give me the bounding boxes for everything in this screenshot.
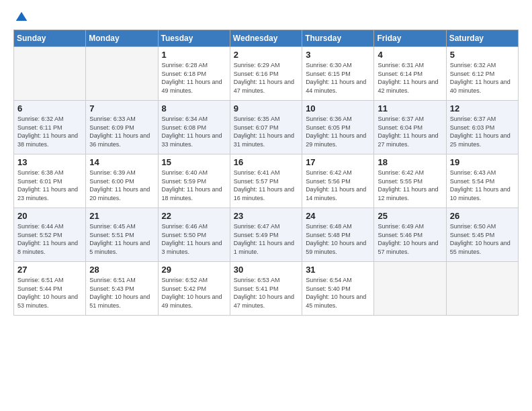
- day-number: 5: [450, 50, 515, 60]
- day-number: 8: [162, 103, 226, 113]
- day-number: 12: [450, 103, 515, 113]
- calendar-week-row: 20Sunrise: 6:44 AM Sunset: 5:52 PM Dayli…: [14, 208, 519, 262]
- calendar-cell: 27Sunrise: 6:51 AM Sunset: 5:44 PM Dayli…: [14, 262, 86, 316]
- calendar-cell: 6Sunrise: 6:32 AM Sunset: 6:11 PM Daylig…: [14, 101, 86, 154]
- logo-icon: [15, 11, 28, 24]
- day-info: Sunrise: 6:47 AM Sunset: 5:49 PM Dayligh…: [234, 222, 298, 256]
- calendar-cell: 12Sunrise: 6:37 AM Sunset: 6:03 PM Dayli…: [446, 101, 518, 154]
- day-number: 11: [378, 103, 442, 113]
- day-number: 2: [234, 50, 298, 60]
- calendar-cell: [374, 262, 446, 316]
- weekday-header-row: SundayMondayTuesdayWednesdayThursdayFrid…: [14, 30, 519, 47]
- weekday-header-sunday: Sunday: [14, 30, 86, 47]
- header: [13, 11, 519, 24]
- day-info: Sunrise: 6:54 AM Sunset: 5:40 PM Dayligh…: [306, 276, 370, 310]
- day-number: 13: [17, 157, 82, 167]
- day-number: 23: [234, 211, 298, 221]
- day-info: Sunrise: 6:48 AM Sunset: 5:48 PM Dayligh…: [306, 222, 370, 256]
- day-info: Sunrise: 6:42 AM Sunset: 5:55 PM Dayligh…: [378, 169, 442, 202]
- day-number: 1: [162, 50, 226, 60]
- calendar-cell: 29Sunrise: 6:52 AM Sunset: 5:42 PM Dayli…: [158, 262, 230, 316]
- calendar-cell: 10Sunrise: 6:36 AM Sunset: 6:05 PM Dayli…: [302, 101, 374, 154]
- day-number: 26: [450, 211, 515, 221]
- day-info: Sunrise: 6:32 AM Sunset: 6:11 PM Dayligh…: [17, 115, 82, 148]
- day-info: Sunrise: 6:50 AM Sunset: 5:45 PM Dayligh…: [450, 222, 515, 256]
- day-info: Sunrise: 6:29 AM Sunset: 6:16 PM Dayligh…: [234, 61, 298, 95]
- day-number: 17: [306, 157, 370, 167]
- calendar-cell: 24Sunrise: 6:48 AM Sunset: 5:48 PM Dayli…: [302, 208, 374, 262]
- svg-marker-0: [16, 12, 28, 21]
- calendar-cell: 14Sunrise: 6:39 AM Sunset: 6:00 PM Dayli…: [86, 154, 158, 208]
- weekday-header-wednesday: Wednesday: [230, 30, 302, 47]
- day-number: 22: [162, 211, 226, 221]
- day-info: Sunrise: 6:53 AM Sunset: 5:41 PM Dayligh…: [234, 276, 298, 310]
- day-number: 20: [17, 211, 82, 221]
- calendar-cell: 28Sunrise: 6:51 AM Sunset: 5:43 PM Dayli…: [86, 262, 158, 316]
- day-number: 24: [306, 211, 370, 221]
- day-number: 16: [234, 157, 298, 167]
- calendar-cell: 26Sunrise: 6:50 AM Sunset: 5:45 PM Dayli…: [446, 208, 518, 262]
- day-info: Sunrise: 6:37 AM Sunset: 6:04 PM Dayligh…: [378, 115, 442, 148]
- calendar-cell: 20Sunrise: 6:44 AM Sunset: 5:52 PM Dayli…: [14, 208, 86, 262]
- page: SundayMondayTuesdayWednesdayThursdayFrid…: [0, 0, 532, 411]
- calendar-cell: 23Sunrise: 6:47 AM Sunset: 5:49 PM Dayli…: [230, 208, 302, 262]
- day-info: Sunrise: 6:32 AM Sunset: 6:12 PM Dayligh…: [450, 61, 515, 95]
- day-info: Sunrise: 6:43 AM Sunset: 5:54 PM Dayligh…: [450, 169, 515, 202]
- day-info: Sunrise: 6:51 AM Sunset: 5:44 PM Dayligh…: [17, 276, 82, 310]
- day-number: 10: [306, 103, 370, 113]
- weekday-header-friday: Friday: [374, 30, 446, 47]
- day-number: 19: [450, 157, 515, 167]
- day-info: Sunrise: 6:37 AM Sunset: 6:03 PM Dayligh…: [450, 115, 515, 148]
- day-info: Sunrise: 6:31 AM Sunset: 6:14 PM Dayligh…: [378, 61, 442, 95]
- calendar-cell: [14, 47, 86, 101]
- calendar-cell: 21Sunrise: 6:45 AM Sunset: 5:51 PM Dayli…: [86, 208, 158, 262]
- calendar-cell: 15Sunrise: 6:40 AM Sunset: 5:59 PM Dayli…: [158, 154, 230, 208]
- calendar-week-row: 27Sunrise: 6:51 AM Sunset: 5:44 PM Dayli…: [14, 262, 519, 316]
- day-number: 28: [89, 265, 154, 275]
- day-info: Sunrise: 6:35 AM Sunset: 6:07 PM Dayligh…: [234, 115, 298, 148]
- day-info: Sunrise: 6:49 AM Sunset: 5:46 PM Dayligh…: [378, 222, 442, 256]
- day-number: 6: [17, 103, 82, 113]
- day-number: 14: [89, 157, 154, 167]
- day-info: Sunrise: 6:52 AM Sunset: 5:42 PM Dayligh…: [162, 276, 226, 310]
- calendar-cell: [446, 262, 518, 316]
- weekday-header-thursday: Thursday: [302, 30, 374, 47]
- calendar-week-row: 1Sunrise: 6:28 AM Sunset: 6:18 PM Daylig…: [14, 47, 519, 101]
- calendar-cell: 17Sunrise: 6:42 AM Sunset: 5:56 PM Dayli…: [302, 154, 374, 208]
- calendar-cell: 2Sunrise: 6:29 AM Sunset: 6:16 PM Daylig…: [230, 47, 302, 101]
- day-number: 27: [17, 265, 82, 275]
- logo: [13, 11, 28, 24]
- calendar-cell: 18Sunrise: 6:42 AM Sunset: 5:55 PM Dayli…: [374, 154, 446, 208]
- day-number: 29: [162, 265, 226, 275]
- calendar-cell: 1Sunrise: 6:28 AM Sunset: 6:18 PM Daylig…: [158, 47, 230, 101]
- calendar-cell: 4Sunrise: 6:31 AM Sunset: 6:14 PM Daylig…: [374, 47, 446, 101]
- day-number: 7: [89, 103, 154, 113]
- day-info: Sunrise: 6:40 AM Sunset: 5:59 PM Dayligh…: [162, 169, 226, 202]
- weekday-header-saturday: Saturday: [446, 30, 518, 47]
- day-info: Sunrise: 6:34 AM Sunset: 6:08 PM Dayligh…: [162, 115, 226, 148]
- day-info: Sunrise: 6:44 AM Sunset: 5:52 PM Dayligh…: [17, 222, 82, 256]
- calendar-cell: 13Sunrise: 6:38 AM Sunset: 6:01 PM Dayli…: [14, 154, 86, 208]
- calendar-week-row: 13Sunrise: 6:38 AM Sunset: 6:01 PM Dayli…: [14, 154, 519, 208]
- calendar-cell: 8Sunrise: 6:34 AM Sunset: 6:08 PM Daylig…: [158, 101, 230, 154]
- calendar-cell: 22Sunrise: 6:46 AM Sunset: 5:50 PM Dayli…: [158, 208, 230, 262]
- day-number: 18: [378, 157, 442, 167]
- day-info: Sunrise: 6:39 AM Sunset: 6:00 PM Dayligh…: [89, 169, 154, 202]
- day-number: 21: [89, 211, 154, 221]
- calendar-cell: 30Sunrise: 6:53 AM Sunset: 5:41 PM Dayli…: [230, 262, 302, 316]
- day-number: 3: [306, 50, 370, 60]
- weekday-header-monday: Monday: [86, 30, 158, 47]
- day-info: Sunrise: 6:42 AM Sunset: 5:56 PM Dayligh…: [306, 169, 370, 202]
- calendar-table: SundayMondayTuesdayWednesdayThursdayFrid…: [13, 30, 519, 316]
- calendar-cell: 7Sunrise: 6:33 AM Sunset: 6:09 PM Daylig…: [86, 101, 158, 154]
- day-info: Sunrise: 6:30 AM Sunset: 6:15 PM Dayligh…: [306, 61, 370, 95]
- day-info: Sunrise: 6:38 AM Sunset: 6:01 PM Dayligh…: [17, 169, 82, 202]
- day-info: Sunrise: 6:51 AM Sunset: 5:43 PM Dayligh…: [89, 276, 154, 310]
- calendar-cell: 5Sunrise: 6:32 AM Sunset: 6:12 PM Daylig…: [446, 47, 518, 101]
- calendar-cell: [86, 47, 158, 101]
- weekday-header-tuesday: Tuesday: [158, 30, 230, 47]
- calendar-cell: 19Sunrise: 6:43 AM Sunset: 5:54 PM Dayli…: [446, 154, 518, 208]
- day-info: Sunrise: 6:28 AM Sunset: 6:18 PM Dayligh…: [162, 61, 226, 95]
- calendar-cell: 31Sunrise: 6:54 AM Sunset: 5:40 PM Dayli…: [302, 262, 374, 316]
- day-number: 9: [234, 103, 298, 113]
